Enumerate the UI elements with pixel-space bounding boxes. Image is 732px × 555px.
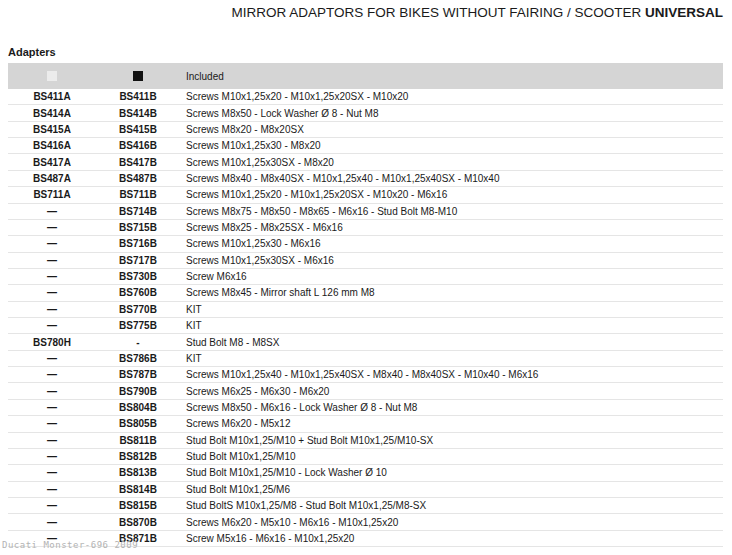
adapter-code-a-cell: —: [8, 304, 96, 315]
included-parts-cell: Screws M8x75 - M8x50 - M8x65 - M6x16 - S…: [180, 206, 723, 217]
included-parts-cell: Screws M10x1,25x30 - M6x16: [180, 238, 723, 249]
included-parts-cell: Screws M8x40 - M8x40SX - M10x1,25x40 - M…: [180, 173, 723, 184]
column-a-header: [8, 71, 96, 81]
adapter-code-b-cell: BS804B: [96, 402, 180, 413]
adapter-code-a-cell: —: [8, 238, 96, 249]
table-row: BS416A BS416B Screws M10x1,25x30 - M8x20: [8, 138, 723, 154]
adapter-code-a-cell: —: [8, 287, 96, 298]
included-parts-cell: Screws M6x25 - M6x30 - M6x20: [180, 386, 723, 397]
table-row: — BS790B Screws M6x25 - M6x30 - M6x20: [8, 383, 723, 399]
adapter-code-b-cell: BS870B: [96, 517, 180, 528]
table-row: — BS811B Stud Bolt M10x1,25/M10 + Stud B…: [8, 433, 723, 449]
adapter-code-a-cell: BS780H: [8, 337, 96, 348]
adapter-code-a-cell: —: [8, 484, 96, 495]
table-row: — BS770B KIT: [8, 302, 723, 318]
included-parts-cell: KIT: [180, 320, 723, 331]
included-parts-cell: Stud BoltS M10x1,25/M8 - Stud Bolt M10x1…: [180, 500, 723, 511]
included-column-header: Included: [180, 71, 723, 82]
adapter-code-a-cell: —: [8, 467, 96, 478]
included-parts-cell: Screws M8x20 - M8x20SX: [180, 124, 723, 135]
adapter-code-a-cell: —: [8, 435, 96, 446]
adapter-code-a-cell: —: [8, 451, 96, 462]
adapter-code-b-cell: BS730B: [96, 271, 180, 282]
adapter-code-a-cell: —: [8, 206, 96, 217]
white-square-swatch-icon: [47, 71, 57, 81]
adapter-code-a-cell: —: [8, 369, 96, 380]
table-row: — BS870B Screws M6x20 - M5x10 - M6x16 - …: [8, 514, 723, 530]
adapter-code-a-cell: BS415A: [8, 124, 96, 135]
adapter-code-b-cell: BS415B: [96, 124, 180, 135]
page-title: MIRROR ADAPTORS FOR BIKES WITHOUT FAIRIN…: [0, 5, 723, 20]
table-header-row: Included: [8, 63, 723, 89]
included-parts-cell: Screws M10x1,25x20 - M10x1,25x20SX - M10…: [180, 189, 723, 200]
included-parts-cell: Screws M8x50 - M6x16 - Lock Washer Ø 8 -…: [180, 402, 723, 413]
included-parts-cell: KIT: [180, 304, 723, 315]
adapter-code-b-cell: BS417B: [96, 157, 180, 168]
table-row: — BS812B Stud Bolt M10x1,25/M10: [8, 449, 723, 465]
table-row: — BS715B Screws M8x25 - M8x25SX - M6x16: [8, 220, 723, 236]
adapter-code-b-cell: BS414B: [96, 108, 180, 119]
adapter-code-a-cell: —: [8, 255, 96, 266]
adapter-code-a-cell: —: [8, 353, 96, 364]
adapter-code-b-cell: BS717B: [96, 255, 180, 266]
included-parts-cell: Screws M8x50 - Lock Washer Ø 8 - Nut M8: [180, 108, 723, 119]
column-b-header: [96, 71, 180, 81]
page-title-text: MIRROR ADAPTORS FOR BIKES WITHOUT FAIRIN…: [231, 5, 645, 20]
adapter-code-a-cell: BS416A: [8, 140, 96, 151]
included-parts-cell: Screws M8x45 - Mirror shaft L 126 mm M8: [180, 287, 723, 298]
adapter-code-b-cell: BS811B: [96, 435, 180, 446]
adapter-code-b-cell: BS711B: [96, 189, 180, 200]
adapter-code-b-cell: BS812B: [96, 451, 180, 462]
table-row: BS780H - Stud Bolt M8 - M8SX: [8, 334, 723, 350]
included-parts-cell: Stud Bolt M10x1,25/M6: [180, 484, 723, 495]
table-row: BS487A BS487B Screws M8x40 - M8x40SX - M…: [8, 171, 723, 187]
table-row: — BS760B Screws M8x45 - Mirror shaft L 1…: [8, 285, 723, 301]
adapter-code-a-cell: —: [8, 320, 96, 331]
adapter-code-b-cell: BS790B: [96, 386, 180, 397]
adapter-code-a-cell: —: [8, 386, 96, 397]
table-row: — BS730B Screw M6x16: [8, 269, 723, 285]
adapter-code-a-cell: BS417A: [8, 157, 96, 168]
page: MIRROR ADAPTORS FOR BIKES WITHOUT FAIRIN…: [0, 0, 732, 555]
adapter-code-a-cell: BS711A: [8, 189, 96, 200]
adapter-code-b-cell: BS805B: [96, 418, 180, 429]
adapter-code-a-cell: —: [8, 500, 96, 511]
table-row: BS415A BS415B Screws M8x20 - M8x20SX: [8, 122, 723, 138]
table-row: BS711A BS711B Screws M10x1,25x20 - M10x1…: [8, 187, 723, 203]
adapter-code-b-cell: BS715B: [96, 222, 180, 233]
included-parts-cell: Screw M6x16: [180, 271, 723, 282]
black-square-swatch-icon: [133, 71, 143, 81]
included-parts-cell: Screws M10x1,25x30SX - M8x20: [180, 157, 723, 168]
included-parts-cell: Stud Bolt M8 - M8SX: [180, 337, 723, 348]
table-row: — BS786B KIT: [8, 351, 723, 367]
table-row: BS417A BS417B Screws M10x1,25x30SX - M8x…: [8, 154, 723, 170]
adapter-code-b-cell: BS487B: [96, 173, 180, 184]
table-row: — BS804B Screws M8x50 - M6x16 - Lock Was…: [8, 400, 723, 416]
adapter-code-b-cell: BS786B: [96, 353, 180, 364]
table-row: BS414A BS414B Screws M8x50 - Lock Washer…: [8, 105, 723, 121]
adapters-table: Included BS411A BS411B Screws M10x1,25x2…: [8, 63, 723, 547]
table-row: — BS717B Screws M10x1,25x30SX - M6x16: [8, 253, 723, 269]
table-row: — BS805B Screws M6x20 - M5x12: [8, 416, 723, 432]
adapter-code-b-cell: -: [96, 337, 180, 348]
included-parts-cell: Screws M10x1,25x40 - M10x1,25x40SX - M8x…: [180, 369, 723, 380]
page-title-emphasis: UNIVERSAL: [645, 5, 723, 20]
table-body: BS411A BS411B Screws M10x1,25x20 - M10x1…: [8, 89, 723, 547]
adapter-code-a-cell: —: [8, 402, 96, 413]
included-parts-cell: Screws M6x20 - M5x12: [180, 418, 723, 429]
watermark-text: Ducati Monster-696 2009: [2, 540, 138, 550]
table-row: BS411A BS411B Screws M10x1,25x20 - M10x1…: [8, 89, 723, 105]
adapter-code-b-cell: BS814B: [96, 484, 180, 495]
table-row: — BS813B Stud Bolt M10x1,25/M10 - Lock W…: [8, 465, 723, 481]
adapter-code-b-cell: BS787B: [96, 369, 180, 380]
table-row: — BS716B Screws M10x1,25x30 - M6x16: [8, 236, 723, 252]
included-parts-cell: Screws M10x1,25x30SX - M6x16: [180, 255, 723, 266]
adapter-code-b-cell: BS714B: [96, 206, 180, 217]
adapter-code-a-cell: —: [8, 517, 96, 528]
adapter-code-b-cell: BS411B: [96, 91, 180, 102]
included-parts-cell: Screws M8x25 - M8x25SX - M6x16: [180, 222, 723, 233]
adapter-code-a-cell: BS487A: [8, 173, 96, 184]
table-row: — BS714B Screws M8x75 - M8x50 - M8x65 - …: [8, 204, 723, 220]
included-parts-cell: Screws M6x20 - M5x10 - M6x16 - M10x1,25x…: [180, 517, 723, 528]
table-row: — BS787B Screws M10x1,25x40 - M10x1,25x4…: [8, 367, 723, 383]
